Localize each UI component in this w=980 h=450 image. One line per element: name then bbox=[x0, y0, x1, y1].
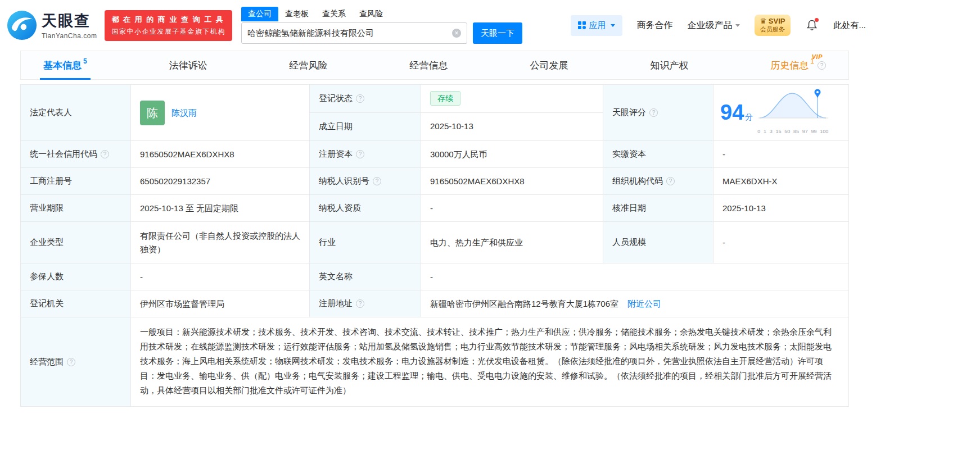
tab-basic-info[interactable]: 基本信息5 bbox=[40, 51, 91, 79]
tick: 1 bbox=[764, 125, 766, 138]
table-row: 经营范围 ? 一般项目：新兴能源技术研发；技术服务、技术开发、技术咨询、技术交流… bbox=[21, 317, 848, 406]
status-date-column: 登记状态 ? 存续 成立日期 2025-10-13 bbox=[310, 85, 603, 140]
clear-icon[interactable]: × bbox=[452, 29, 461, 38]
field-value: - bbox=[430, 202, 433, 215]
search-tab-company[interactable]: 查公司 bbox=[241, 7, 278, 21]
business-term-cell: 2025-10-13 至 无固定期限 bbox=[131, 195, 310, 221]
insured-label: 参保人数 bbox=[21, 263, 131, 290]
insured-cell: - bbox=[131, 263, 310, 290]
field-label: 企业类型 bbox=[30, 237, 64, 248]
search-button[interactable]: 天眼一下 bbox=[473, 22, 522, 44]
question-icon[interactable]: ? bbox=[649, 108, 658, 117]
business-term-label: 营业期限 bbox=[21, 195, 131, 221]
promo-line2: 国家中小企业发展子基金旗下机构 bbox=[111, 27, 225, 37]
search-area: 查公司 查老板 查关系 查风险 × 天眼一下 bbox=[241, 7, 522, 44]
org-code-label: 组织机构代码 ? bbox=[603, 168, 713, 194]
tab-company-development[interactable]: 公司发展 bbox=[526, 51, 571, 79]
nav-cooperation[interactable]: 商务合作 bbox=[637, 20, 673, 31]
svip-subtitle: 会员服务 bbox=[760, 26, 785, 33]
field-label: 实缴资本 bbox=[612, 149, 646, 160]
field-value: 2025-10-13 bbox=[430, 120, 473, 133]
reg-number-cell: 650502029132357 bbox=[131, 168, 310, 194]
tab-history-info[interactable]: VIP 历史信息1 ? bbox=[767, 51, 829, 79]
chevron-down-icon bbox=[611, 24, 615, 27]
tick: 50 bbox=[784, 125, 790, 138]
field-label: 登记状态 bbox=[319, 93, 353, 104]
business-scope-label: 经营范围 ? bbox=[21, 317, 131, 406]
taxpayer-id-label: 纳税人识别号 ? bbox=[310, 168, 421, 194]
legal-rep-link[interactable]: 陈汉雨 bbox=[171, 106, 197, 120]
user-name[interactable]: 此处有... bbox=[833, 20, 866, 31]
search-input[interactable] bbox=[247, 29, 452, 38]
industry-cell: 电力、热力生产和供应业 bbox=[421, 222, 603, 263]
question-icon[interactable]: ? bbox=[356, 150, 364, 158]
company-type-cell: 有限责任公司（非自然人投资或控股的法人独资） bbox=[131, 222, 310, 263]
tianyancha-logo-icon bbox=[7, 10, 37, 40]
reg-authority-label: 登记机关 bbox=[21, 290, 131, 317]
field-value: 650502029132357 bbox=[140, 175, 210, 188]
credit-code-label: 统一社会信用代码 ? bbox=[21, 141, 131, 167]
question-icon[interactable]: ? bbox=[101, 150, 109, 158]
staff-size-cell: - bbox=[713, 222, 848, 263]
english-name-cell: - bbox=[421, 263, 848, 290]
promo-line1: 都 在 用 的 商 业 查 询 工 具 bbox=[111, 15, 225, 25]
field-value: 2025-10-13 至 无固定期限 bbox=[140, 202, 238, 215]
search-row: × 天眼一下 bbox=[241, 22, 522, 44]
reg-number-label: 工商注册号 bbox=[21, 168, 131, 194]
svip-badge[interactable]: ♛ SVIP 会员服务 bbox=[755, 15, 791, 36]
tab-intellectual-property[interactable]: 知识产权 bbox=[647, 51, 692, 79]
search-tab-risk[interactable]: 查风险 bbox=[353, 7, 390, 21]
tick: 85 bbox=[793, 125, 799, 138]
approval-date-label: 核准日期 bbox=[603, 195, 713, 221]
reg-capital-cell: 30000万人民币 bbox=[421, 141, 603, 167]
tab-label: 基本信息 bbox=[43, 59, 82, 72]
notification-bell-icon[interactable] bbox=[805, 19, 819, 32]
search-tab-relation[interactable]: 查关系 bbox=[315, 7, 353, 21]
tab-operation-risk[interactable]: 经营风险 bbox=[286, 51, 331, 79]
tab-operation-info[interactable]: 经营信息 bbox=[407, 51, 451, 79]
score-curve bbox=[757, 88, 829, 120]
tab-legal-proceedings[interactable]: 法律诉讼 bbox=[166, 51, 211, 79]
question-icon[interactable]: ? bbox=[356, 299, 364, 308]
paid-capital-label: 实缴资本 bbox=[603, 141, 713, 167]
field-value: 91650502MAEX6DXHX8 bbox=[140, 148, 234, 161]
nearby-companies-link[interactable]: 附近公司 bbox=[627, 297, 661, 311]
table-row: 登记机关 伊州区市场监督管理局 注册地址 ? 新疆哈密市伊州区融合南路12号教育… bbox=[21, 290, 848, 317]
table-subrow: 登记状态 ? 存续 bbox=[310, 85, 603, 113]
company-info-table: 法定代表人 陈 陈汉雨 登记状态 ? 存续 成立日期 bbox=[20, 84, 849, 407]
org-code-cell: MAEX6DXH-X bbox=[713, 168, 848, 194]
taxpayer-quality-label: 纳税人资质 bbox=[310, 195, 421, 221]
question-icon[interactable]: ? bbox=[356, 94, 364, 103]
tab-label: 公司发展 bbox=[530, 59, 568, 72]
question-icon[interactable]: ? bbox=[666, 177, 675, 185]
question-icon[interactable]: ? bbox=[373, 177, 381, 185]
tick: 15 bbox=[775, 125, 781, 138]
field-label: 英文名称 bbox=[319, 271, 353, 282]
establish-date-label: 成立日期 bbox=[310, 113, 421, 141]
search-input-box: × bbox=[241, 22, 467, 44]
table-row: 企业类型 有限责任公司（非自然人投资或控股的法人独资） 行业 电力、热力生产和供… bbox=[21, 222, 848, 263]
tab-count: 1 bbox=[810, 57, 814, 65]
tianyancha-logo[interactable]: 天眼查 TianYanCha.com bbox=[7, 10, 97, 40]
english-name-label: 英文名称 bbox=[310, 263, 421, 290]
tab-count: 5 bbox=[83, 57, 87, 65]
field-label: 登记机关 bbox=[30, 298, 64, 309]
logo-text: 天眼查 TianYanCha.com bbox=[42, 11, 97, 40]
question-icon[interactable]: ? bbox=[67, 358, 75, 366]
tick: 0 bbox=[757, 125, 760, 138]
status-badge: 存续 bbox=[430, 91, 460, 106]
table-row: 工商注册号 650502029132357 纳税人识别号 ? 91650502M… bbox=[21, 168, 848, 195]
search-tab-boss[interactable]: 查老板 bbox=[278, 7, 315, 21]
apps-button[interactable]: 应用 bbox=[571, 15, 622, 36]
nav-enterprise-products[interactable]: 企业级产品 bbox=[688, 20, 740, 31]
field-value: 2025-10-13 bbox=[722, 202, 766, 215]
field-value: - bbox=[722, 148, 725, 161]
enterprise-label: 企业级产品 bbox=[688, 20, 733, 31]
apps-label: 应用 bbox=[589, 20, 606, 31]
industry-label: 行业 bbox=[310, 222, 421, 263]
field-label: 纳税人资质 bbox=[319, 203, 361, 213]
reg-status-cell: 存续 bbox=[421, 85, 603, 112]
score-unit: 分 bbox=[745, 110, 753, 124]
staff-size-label: 人员规模 bbox=[603, 222, 713, 263]
question-icon[interactable]: ? bbox=[818, 61, 826, 70]
